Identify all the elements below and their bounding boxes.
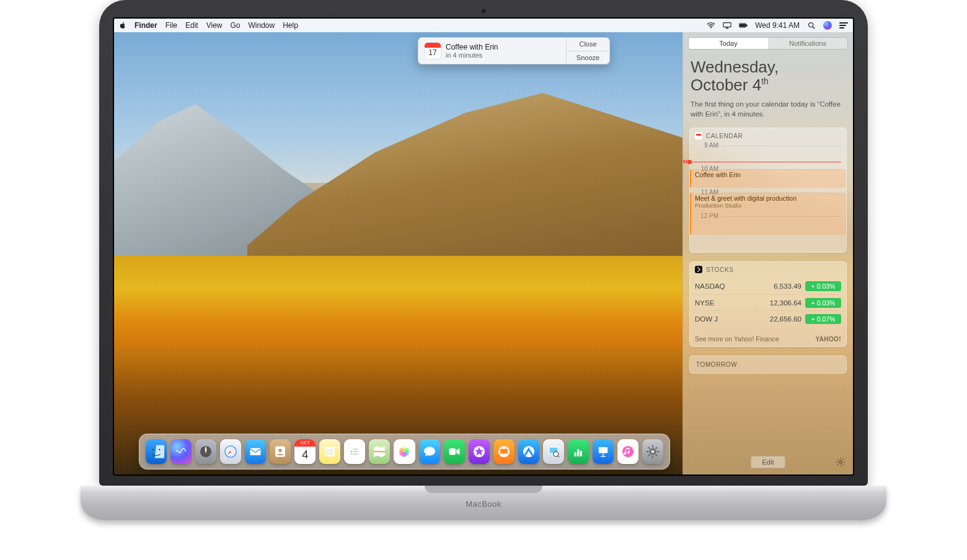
menu-view[interactable]: View — [206, 21, 223, 30]
stock-row-2[interactable]: NYSE 12,306.64 + 0.03% — [695, 294, 841, 310]
stocks-widget-title: STOCKS — [706, 266, 734, 273]
svg-point-17 — [279, 448, 282, 452]
menu-file[interactable]: File — [166, 21, 177, 30]
svg-rect-46 — [599, 447, 607, 453]
svg-rect-4 — [746, 25, 747, 27]
svg-rect-1 — [723, 23, 731, 27]
wifi-icon[interactable] — [707, 22, 715, 29]
menu-clock[interactable]: Wed 9:41 AM — [755, 21, 800, 30]
svg-rect-43 — [574, 452, 576, 457]
now-time-label: 9:41 AM — [683, 159, 687, 165]
svg-rect-44 — [577, 449, 579, 457]
menu-go[interactable]: Go — [231, 21, 241, 30]
stocks-more-link[interactable]: See more on Yahoo! Finance — [695, 335, 779, 343]
menu-window[interactable]: Window — [249, 21, 275, 30]
dock-calendar[interactable]: OCT4 — [294, 439, 316, 464]
svg-point-5 — [809, 23, 813, 27]
siri-icon[interactable] — [823, 21, 832, 30]
dock-maps[interactable] — [369, 439, 390, 464]
svg-point-7 — [839, 461, 842, 463]
dock-appstore[interactable] — [518, 439, 539, 464]
svg-rect-3 — [740, 24, 746, 27]
airplay-icon[interactable] — [723, 22, 731, 29]
nc-tab-today[interactable]: Today — [689, 38, 768, 49]
svg-rect-45 — [580, 451, 581, 457]
nc-date: Wednesday, October 4th — [691, 58, 846, 94]
calendar-app-icon: 17 — [425, 43, 441, 59]
nc-segmented-control: Today Notifications — [688, 37, 848, 50]
dock-keynote[interactable] — [593, 439, 614, 464]
svg-point-61 — [651, 450, 654, 453]
stock-2-change: + 0.03% — [805, 298, 841, 308]
svg-line-6 — [813, 27, 815, 28]
dock-facetime[interactable] — [444, 439, 465, 464]
nc-date-line2: October 4 — [691, 76, 761, 94]
apple-menu-icon[interactable] — [119, 22, 126, 29]
calendar-event-1[interactable]: Coffee with Erin — [690, 169, 846, 188]
stock-row-1[interactable]: NASDAQ 6,533.49 + 0.03% — [695, 278, 841, 294]
tomorrow-widget-header: TOMORROW — [689, 356, 847, 374]
banner-subtitle: in 4 minutes — [446, 51, 498, 59]
dock-numbers[interactable] — [568, 439, 589, 464]
battery-icon[interactable] — [739, 22, 748, 29]
menu-bar: Finder File Edit View Go Window Help — [114, 19, 853, 32]
svg-point-0 — [710, 27, 712, 28]
brand-label: MacBook — [81, 499, 886, 509]
lid: Finder File Edit View Go Window Help — [99, 0, 868, 486]
stock-1-change: + 0.03% — [805, 281, 841, 291]
svg-point-23 — [351, 448, 353, 450]
calendar-app-day: 17 — [425, 48, 441, 58]
nc-date-suffix: th — [761, 76, 769, 86]
stock-3-change: + 0.07% — [805, 314, 841, 324]
calendar-widget: CALENDAR 9 AM 10 AM 11 AM 12 PM 9:41 AM — [689, 128, 847, 253]
dock-launchpad[interactable] — [195, 439, 216, 464]
dock-finder[interactable] — [146, 439, 167, 464]
banner-snooze-button[interactable]: Snooze — [567, 51, 609, 64]
trackpad-notch — [425, 486, 542, 493]
nc-date-line1: Wednesday, — [691, 58, 779, 76]
macbook-device: Finder File Edit View Go Window Help — [81, 0, 886, 520]
dock-contacts[interactable] — [270, 439, 291, 464]
stock-row-3[interactable]: DOW J 22,656.60 + 0.07% — [695, 310, 841, 326]
svg-point-11 — [205, 452, 207, 454]
notification-center: Today Notifications Wednesday, October 4… — [682, 32, 853, 475]
menu-help[interactable]: Help — [283, 21, 298, 30]
nc-tab-notifications[interactable]: Notifications — [768, 38, 847, 49]
dock-notes[interactable] — [319, 439, 340, 464]
dock-safari[interactable] — [220, 439, 241, 464]
svg-line-58 — [656, 455, 658, 457]
dock-itunes-store[interactable] — [469, 439, 490, 464]
menu-edit[interactable]: Edit — [185, 21, 198, 30]
dock-system-preferences[interactable] — [642, 439, 663, 464]
dock-ibooks[interactable] — [493, 439, 514, 464]
dock-photos[interactable] — [394, 439, 415, 464]
macos-screen: Finder File Edit View Go Window Help — [114, 19, 853, 475]
svg-point-9 — [159, 448, 161, 450]
banner-title: Coffee with Erin — [446, 43, 498, 51]
svg-line-57 — [648, 447, 650, 449]
dock-preview[interactable] — [543, 439, 564, 464]
camera-icon — [481, 9, 486, 14]
stock-3-name: DOW J — [695, 315, 758, 323]
dock-reminders[interactable] — [344, 439, 365, 464]
nc-edit-button[interactable]: Edit — [751, 456, 786, 468]
calendar-event-2[interactable]: Meet & greet with digital production Pro… — [690, 193, 846, 235]
svg-rect-35 — [449, 448, 455, 455]
notification-banner: 17 Coffee with Erin in 4 minutes Close S… — [418, 37, 610, 64]
nc-settings-icon[interactable] — [836, 457, 846, 467]
menu-app-name[interactable]: Finder — [135, 21, 157, 30]
banner-close-button[interactable]: Close — [567, 38, 609, 51]
svg-rect-18 — [325, 447, 335, 457]
dock-mail[interactable] — [245, 439, 266, 464]
notification-center-icon[interactable] — [839, 22, 848, 28]
screen-bezel: Finder File Edit View Go Window Help — [113, 17, 854, 476]
event-2-location: Production Studio — [695, 202, 842, 209]
dock-messages[interactable] — [419, 439, 440, 464]
svg-point-8 — [152, 448, 154, 450]
spotlight-icon[interactable] — [807, 22, 816, 29]
stock-3-value: 22,656.60 — [758, 315, 801, 323]
stock-1-name: NASDAQ — [695, 282, 758, 290]
dock-itunes[interactable] — [617, 439, 638, 464]
svg-line-60 — [648, 455, 650, 457]
dock-siri[interactable] — [170, 439, 192, 464]
